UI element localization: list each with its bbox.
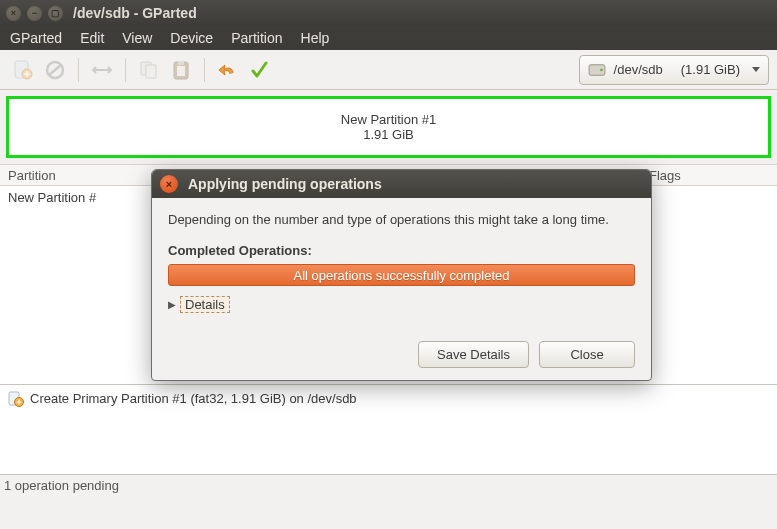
device-name: /dev/sdb [614, 62, 663, 77]
add-partition-icon [8, 391, 24, 407]
svg-rect-7 [177, 66, 185, 76]
col-flags[interactable]: Flags [649, 168, 769, 183]
menu-partition[interactable]: Partition [231, 30, 282, 46]
harddisk-icon [588, 63, 606, 77]
operation-item[interactable]: Create Primary Partition #1 (fat32, 1.91… [30, 391, 357, 406]
partition-viz-size: 1.91 GiB [363, 127, 414, 142]
device-selector[interactable]: /dev/sdb (1.91 GiB) [579, 55, 769, 85]
paste-button[interactable] [166, 55, 196, 85]
resize-button[interactable] [87, 55, 117, 85]
details-expander[interactable]: ▶ Details [168, 296, 230, 313]
window-close-button[interactable]: × [6, 6, 21, 21]
window-minimize-button[interactable]: − [27, 6, 42, 21]
paste-icon [170, 59, 192, 81]
toolbar: /dev/sdb (1.91 GiB) [0, 50, 777, 90]
operations-panel: Create Primary Partition #1 (fat32, 1.91… [0, 384, 777, 474]
svg-rect-8 [178, 61, 184, 65]
progress-bar: All operations successfully completed [168, 264, 635, 286]
save-details-button[interactable]: Save Details [418, 341, 529, 368]
new-partition-button[interactable] [8, 55, 38, 85]
apply-button[interactable] [245, 55, 275, 85]
device-size: (1.91 GiB) [681, 62, 740, 77]
svg-point-10 [600, 68, 603, 71]
menu-gparted[interactable]: GParted [10, 30, 62, 46]
no-entry-icon [44, 59, 66, 81]
partition-viz-name: New Partition #1 [341, 112, 436, 127]
completed-label: Completed Operations: [168, 243, 635, 258]
apply-operations-dialog: × Applying pending operations Depending … [151, 169, 652, 381]
menubar: GParted Edit View Device Partition Help [0, 26, 777, 50]
delete-button[interactable] [40, 55, 70, 85]
window-title: /dev/sdb - GParted [73, 5, 197, 21]
toolbar-separator [125, 58, 126, 82]
status-text: 1 operation pending [4, 478, 119, 493]
chevron-down-icon [752, 67, 760, 72]
toolbar-separator [78, 58, 79, 82]
svg-line-3 [49, 65, 61, 75]
progress-text: All operations successfully completed [293, 268, 509, 283]
col-partition[interactable]: Partition [8, 168, 148, 183]
copy-icon [138, 59, 160, 81]
menu-help[interactable]: Help [301, 30, 330, 46]
triangle-right-icon: ▶ [168, 299, 176, 310]
details-label: Details [180, 296, 230, 313]
dialog-message: Depending on the number and type of oper… [168, 212, 635, 227]
statusbar: 1 operation pending [0, 474, 777, 496]
document-new-icon [12, 59, 34, 81]
svg-rect-5 [146, 65, 156, 78]
check-icon [249, 59, 271, 81]
dialog-title: Applying pending operations [188, 176, 382, 192]
close-button[interactable]: Close [539, 341, 635, 368]
menu-device[interactable]: Device [170, 30, 213, 46]
copy-button[interactable] [134, 55, 164, 85]
menu-view[interactable]: View [122, 30, 152, 46]
resize-icon [91, 59, 113, 81]
window-maximize-button[interactable]: ▢ [48, 6, 63, 21]
dialog-titlebar: × Applying pending operations [152, 170, 651, 198]
window-titlebar: × − ▢ /dev/sdb - GParted [0, 0, 777, 26]
undo-icon [217, 59, 239, 81]
menu-edit[interactable]: Edit [80, 30, 104, 46]
dialog-close-button[interactable]: × [160, 175, 178, 193]
toolbar-separator [204, 58, 205, 82]
undo-button[interactable] [213, 55, 243, 85]
partition-visual[interactable]: New Partition #1 1.91 GiB [6, 96, 771, 158]
